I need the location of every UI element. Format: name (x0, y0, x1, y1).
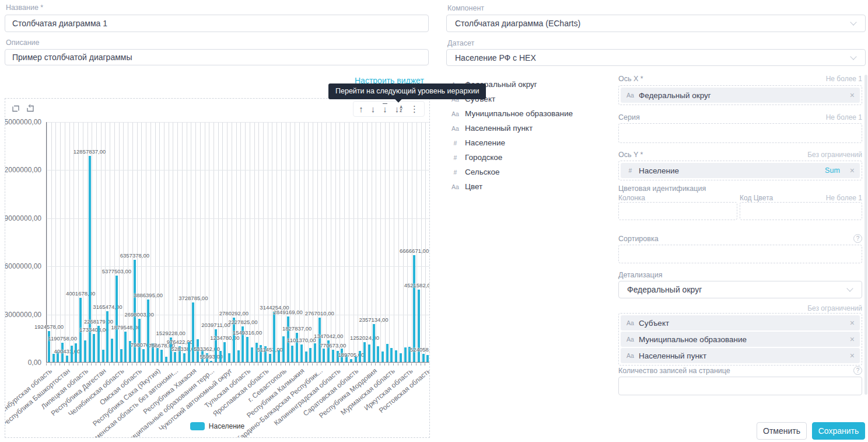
bar[interactable] (368, 344, 370, 362)
sort-az-icon[interactable]: ↓ AZ (395, 104, 402, 114)
bar[interactable] (210, 361, 212, 362)
bar[interactable] (102, 350, 104, 362)
zoom-reset-icon[interactable] (26, 104, 35, 113)
bar[interactable] (278, 350, 280, 362)
bar[interactable] (188, 342, 190, 362)
scrollbar[interactable] (864, 75, 867, 395)
zoom-select-icon[interactable] (11, 104, 20, 113)
description-input[interactable]: Пример столбчатой диаграммы (5, 49, 429, 65)
bar[interactable] (66, 356, 68, 362)
bar[interactable] (251, 347, 253, 362)
remove-chip-icon[interactable]: × (850, 351, 855, 360)
bar[interactable] (363, 342, 366, 362)
sorting-help-icon[interactable]: ? (853, 234, 862, 243)
field-chip[interactable]: AaФедеральный округ× (621, 88, 860, 103)
aggregation-tag[interactable]: Sum (825, 166, 840, 175)
bar[interactable] (426, 355, 429, 362)
bar[interactable] (93, 334, 95, 362)
bar[interactable] (359, 351, 361, 362)
field-item[interactable]: #Сельское (450, 165, 573, 179)
sorting-dropzone[interactable] (618, 245, 862, 263)
bar[interactable] (355, 357, 357, 362)
bar[interactable] (305, 351, 307, 362)
level-down-icon[interactable]: ↓ (371, 104, 376, 114)
bar[interactable] (377, 346, 379, 362)
remove-chip-icon[interactable]: × (850, 335, 855, 343)
drilldown-select[interactable]: Федеральный округ (618, 281, 862, 298)
bar[interactable] (165, 357, 167, 362)
bar[interactable] (106, 311, 108, 362)
level-up-icon[interactable]: ↑ (359, 104, 363, 114)
bar[interactable] (156, 348, 159, 362)
bar[interactable] (71, 346, 73, 362)
bar[interactable] (332, 350, 334, 362)
bar[interactable] (273, 312, 275, 362)
field-chip[interactable]: #НаселениеSum× (621, 163, 860, 178)
field-item[interactable]: AaЦвет (450, 179, 573, 194)
bar[interactable] (318, 318, 321, 362)
field-item[interactable]: AaМуниципальное образование (450, 106, 573, 121)
remove-chip-icon[interactable]: × (850, 91, 855, 99)
bar[interactable] (52, 354, 55, 362)
bar[interactable] (142, 349, 145, 362)
color-code-dropzone[interactable] (740, 202, 862, 220)
bar[interactable] (124, 332, 127, 362)
bar[interactable] (373, 324, 375, 362)
bar[interactable] (309, 348, 312, 362)
bar[interactable] (404, 347, 407, 362)
bar[interactable] (183, 353, 186, 362)
color-column-dropzone[interactable] (618, 202, 737, 220)
bar[interactable] (386, 344, 388, 362)
dataset-select[interactable]: Население РФ с HEX (446, 49, 866, 66)
bar[interactable] (192, 302, 194, 362)
save-button[interactable]: Сохранить (812, 422, 865, 440)
bar[interactable] (138, 319, 141, 362)
drilldown-dropzone[interactable]: AaСубъект×AaМуниципальное образование×Aa… (618, 313, 862, 366)
page-size-input[interactable] (618, 377, 862, 395)
page-size-help-icon[interactable]: ? (853, 366, 862, 375)
y-axis-dropzone[interactable]: #НаселениеSum× (618, 161, 862, 180)
bar[interactable] (282, 336, 285, 362)
bar[interactable] (228, 353, 230, 362)
bar[interactable] (219, 351, 222, 362)
bar[interactable] (237, 350, 240, 362)
component-select[interactable]: Столбчатая диаграмма (ECharts) (446, 15, 866, 32)
bar[interactable] (390, 348, 393, 362)
bar[interactable] (382, 351, 384, 362)
bar[interactable] (147, 300, 149, 362)
bar[interactable] (246, 337, 249, 362)
bar[interactable] (323, 349, 325, 362)
bar[interactable] (75, 343, 77, 362)
bar[interactable] (116, 276, 118, 362)
chart-legend[interactable]: Население (5, 422, 429, 430)
remove-chip-icon[interactable]: × (850, 166, 855, 175)
bar[interactable] (314, 343, 316, 362)
next-hierarchy-level-icon[interactable]: ↓ (383, 103, 387, 114)
bar[interactable] (400, 353, 402, 362)
x-axis-dropzone[interactable]: AaФедеральный округ× (618, 85, 862, 105)
bar[interactable] (350, 359, 352, 362)
bar[interactable] (97, 326, 100, 362)
field-chip[interactable]: AaСубъект× (621, 315, 860, 330)
bar[interactable] (160, 350, 163, 362)
bar[interactable] (291, 346, 293, 362)
cancel-button[interactable]: Отменить (757, 422, 807, 440)
bar[interactable] (174, 352, 176, 362)
kebab-menu-icon[interactable]: ⋮ (410, 104, 419, 114)
bar[interactable] (84, 340, 86, 362)
bar[interactable] (120, 349, 123, 362)
field-item[interactable]: #Население (450, 135, 573, 150)
series-dropzone[interactable] (618, 123, 862, 143)
bar[interactable] (395, 350, 397, 362)
name-input[interactable]: Столбчатая диаграмма 1 (5, 15, 429, 32)
field-chip[interactable]: AaНаселенный пункт× (621, 348, 860, 363)
field-item[interactable]: AaНаселенный пункт (450, 121, 573, 135)
remove-chip-icon[interactable]: × (850, 319, 855, 327)
field-item[interactable]: #Городское (450, 150, 573, 165)
bar[interactable] (111, 339, 113, 362)
bar[interactable] (223, 342, 226, 362)
field-chip[interactable]: AaМуниципальное образование× (621, 332, 860, 347)
bar[interactable] (300, 344, 303, 362)
bar[interactable] (269, 354, 271, 362)
bar[interactable] (422, 354, 425, 362)
